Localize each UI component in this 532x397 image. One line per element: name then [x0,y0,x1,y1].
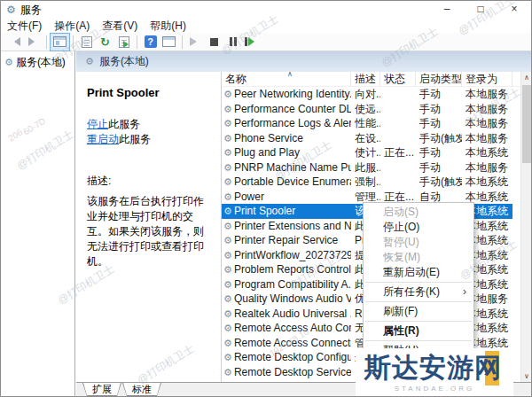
start-service-icon[interactable] [186,34,205,51]
properties-icon[interactable] [77,34,96,51]
menu-item[interactable]: 属性(R) [364,323,473,339]
services-header-icon: ⚙ [85,56,94,67]
toolbar-separator [46,35,47,49]
menu-item[interactable]: 刷新(F) [364,304,473,319]
restart-link-suffix: 此服务 [119,133,151,145]
column-header-status[interactable]: 状态 [380,72,416,87]
service-name: PNRP Machine Name Pu... [234,160,351,175]
table-row[interactable]: ⚙Performance Counter DL...使远...手动本地服务 [222,102,512,117]
description-label: 描述: [87,174,221,189]
table-row[interactable]: ⚙Peer Networking Identity...向对...手动本地服务 [222,87,512,102]
minimize-button[interactable]: – [430,1,464,19]
forward-icon[interactable] [24,34,43,51]
service-gear-icon: ⚙ [223,336,232,351]
restart-service-icon[interactable] [242,34,261,51]
menubar: 文件(F) 操作(A) 查看(V) 帮助(H) [1,19,531,33]
cell-desc: 性能... [351,116,380,131]
sort-indicator-icon: ∧ [287,72,293,78]
service-name: Problem Reports Control... [234,262,351,277]
service-name: Program Compatibility A... [234,277,351,292]
help-icon[interactable]: ? [141,34,160,51]
service-name: Power [234,190,264,205]
cell-startup: 手动 [416,102,462,117]
service-name: Quality Windows Audio V... [234,292,351,307]
cell-logon: 本地服务 [462,116,512,131]
tree-item-services-local[interactable]: ⚙ 服务(本地) [1,51,74,70]
tree-item-label: 服务(本地) [16,55,66,70]
menu-item: 启动(S) [364,205,473,220]
stop-service-link[interactable]: 停止 [87,118,108,130]
service-gear-icon: ⚙ [223,102,232,117]
tab-standard[interactable]: 标准 [122,383,161,396]
toolbar-separator [137,35,137,49]
cell-status [380,175,416,190]
menu-separator [365,282,472,283]
pane-header-label: 服务(本地) [99,54,149,69]
scroll-up-icon[interactable]: ∧ [521,72,532,83]
service-name: Printer Extensions and N... [234,219,351,234]
menu-help[interactable]: 帮助(H) [144,19,192,34]
pause-service-icon[interactable] [223,34,242,51]
column-header-description[interactable]: 描述 [351,72,380,87]
menu-separator [365,301,472,302]
service-gear-icon: ⚙ [223,307,232,322]
service-gear-icon: ⚙ [223,248,232,263]
service-name: Remote Access Connecti... [234,336,351,351]
window-title: 服务 [20,3,42,18]
show-action-pane-icon[interactable] [160,34,178,51]
menu-separator [365,321,472,322]
back-icon[interactable] [5,34,24,51]
column-header-startup-type[interactable]: 启动类型 [416,72,462,87]
table-row[interactable]: ⚙Plug and Play使计...正在...手动本地系统 [222,145,512,160]
service-gear-icon: ⚙ [223,116,232,131]
menu-item[interactable]: 重新启动(E) [364,265,473,280]
tab-extended[interactable]: 扩展 [82,383,121,396]
scroll-down-icon[interactable]: ∨ [521,370,532,382]
service-name: Peer Networking Identity... [234,87,351,102]
stop-service-icon[interactable] [205,34,223,51]
menu-view[interactable]: 查看(V) [96,19,144,34]
service-description: 该服务在后台执行打印作业并处理与打印机的交互。如果关闭该服务，则无法进行打印或查… [87,194,213,269]
export-list-icon[interactable] [114,34,133,51]
cell-startup: 手动 [416,116,462,131]
service-name: Performance Counter DL... [234,102,351,117]
titlebar: ⚙ 服务 – □ × [1,1,531,19]
menu-separator [365,340,472,341]
cell-desc: 此服... [351,160,380,175]
services-node-icon: ⚙ [4,57,13,68]
show-console-tree-icon[interactable] [51,34,69,51]
service-gear-icon: ⚙ [223,160,232,175]
table-row[interactable]: ⚙Portable Device Enumera...强制...手动(触发...… [222,175,512,190]
service-gear-icon: ⚙ [223,204,232,219]
service-gear-icon: ⚙ [223,365,232,380]
close-button[interactable]: × [497,1,531,19]
table-row[interactable]: ⚙PNRP Machine Name Pu...此服...手动本地服务 [222,160,512,175]
vertical-scrollbar[interactable]: ∧ ∨ [520,72,531,382]
scrollbar-thumb[interactable] [522,85,531,163]
service-gear-icon: ⚙ [223,292,232,307]
menu-item[interactable]: 所有任务(K)› [364,284,473,300]
maximize-button[interactable]: □ [464,1,497,19]
service-gear-icon: ⚙ [223,262,232,277]
table-row[interactable]: ⚙Performance Logs & Aler...性能...手动本地服务 [222,116,512,131]
service-name: Plug and Play [234,145,300,160]
table-row[interactable]: ⚙Phone Service在设...手动(触发...本地服务 [222,131,512,146]
menu-file[interactable]: 文件(F) [1,19,48,34]
column-header-name[interactable]: 名称 [222,72,351,87]
cell-desc: 使计... [351,145,380,160]
refresh-icon[interactable]: ↻ [96,34,114,51]
service-info-panel: Print Spooler 停止此服务 重启动此服务 描述: 该服务在后台执行打… [76,72,221,382]
restart-service-link[interactable]: 重启动 [87,133,119,145]
cell-logon: 本地服务 [462,102,512,117]
cell-desc: 向对... [351,87,380,102]
context-menu: 启动(S)停止(O)暂停(U)恢复(M)重新启动(E)所有任务(K)›刷新(F)… [363,202,474,361]
list-header: 名称 描述 状态 启动类型 登录为 ∧ [222,72,520,87]
column-header-logon-as[interactable]: 登录为 [462,72,512,87]
menu-item[interactable]: 停止(O) [364,220,473,235]
submenu-arrow-icon: › [463,284,466,300]
services-window: ⚙ 服务 – □ × 文件(F) 操作(A) 查看(V) 帮助(H) ↻ ? [0,0,532,397]
cell-startup: 手动 [416,87,462,102]
toolbar-separator [182,35,183,49]
service-name: PrintWorkflow_20273729 [234,248,351,263]
menu-action[interactable]: 操作(A) [48,19,96,34]
